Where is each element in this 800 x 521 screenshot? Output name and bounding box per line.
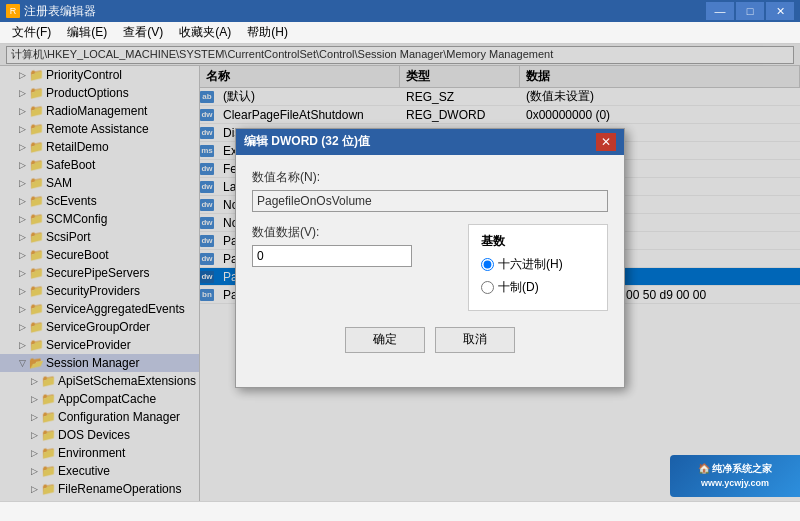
value-name-input[interactable] <box>252 190 608 212</box>
menu-favorites[interactable]: 收藏夹(A) <box>171 22 239 43</box>
menu-file[interactable]: 文件(F) <box>4 22 59 43</box>
radio-hex[interactable]: 十六进制(H) <box>481 256 595 273</box>
watermark: 🏠 纯净系统之家 www.ycwjy.com <box>670 455 800 497</box>
base-radio-group: 基数 十六进制(H) 十制(D) <box>468 224 608 311</box>
close-button[interactable]: ✕ <box>766 2 794 20</box>
dialog-buttons: 确定 取消 <box>252 327 608 353</box>
window-controls: — □ ✕ <box>706 2 794 20</box>
app-icon: R <box>6 4 20 18</box>
minimize-button[interactable]: — <box>706 2 734 20</box>
value-data-input[interactable] <box>252 245 412 267</box>
radio-hex-input[interactable] <box>481 258 494 271</box>
menu-bar: 文件(F) 编辑(E) 查看(V) 收藏夹(A) 帮助(H) <box>0 22 800 44</box>
dialog-overlay: 编辑 DWORD (32 位)值 ✕ 数值名称(N): 数值数据(V): 基数 … <box>0 44 800 501</box>
status-bar <box>0 501 800 521</box>
base-group-title: 基数 <box>481 233 595 250</box>
menu-view[interactable]: 查看(V) <box>115 22 171 43</box>
dialog-title-bar: 编辑 DWORD (32 位)值 ✕ <box>236 129 624 155</box>
ok-button[interactable]: 确定 <box>345 327 425 353</box>
menu-edit[interactable]: 编辑(E) <box>59 22 115 43</box>
watermark-image: 🏠 纯净系统之家 www.ycwjy.com <box>670 455 800 497</box>
title-bar: R 注册表编辑器 — □ ✕ <box>0 0 800 22</box>
cancel-button[interactable]: 取消 <box>435 327 515 353</box>
menu-help[interactable]: 帮助(H) <box>239 22 296 43</box>
radio-dec-input[interactable] <box>481 281 494 294</box>
maximize-button[interactable]: □ <box>736 2 764 20</box>
edit-dword-dialog: 编辑 DWORD (32 位)值 ✕ 数值名称(N): 数值数据(V): 基数 … <box>235 128 625 388</box>
title-bar-text: 注册表编辑器 <box>24 3 706 20</box>
value-name-label: 数值名称(N): <box>252 169 608 186</box>
radio-hex-label: 十六进制(H) <box>498 256 563 273</box>
radio-dec[interactable]: 十制(D) <box>481 279 595 296</box>
dialog-title-text: 编辑 DWORD (32 位)值 <box>244 133 596 150</box>
dialog-body: 数值名称(N): 数值数据(V): 基数 十六进制(H) 十制(D) <box>236 155 624 367</box>
dialog-value-col: 数值数据(V): <box>252 224 452 279</box>
radio-dec-label: 十制(D) <box>498 279 539 296</box>
dialog-close-button[interactable]: ✕ <box>596 133 616 151</box>
value-data-label: 数值数据(V): <box>252 224 452 241</box>
dialog-value-row: 数值数据(V): 基数 十六进制(H) 十制(D) <box>252 224 608 311</box>
watermark-text: 🏠 纯净系统之家 www.ycwjy.com <box>698 462 773 490</box>
